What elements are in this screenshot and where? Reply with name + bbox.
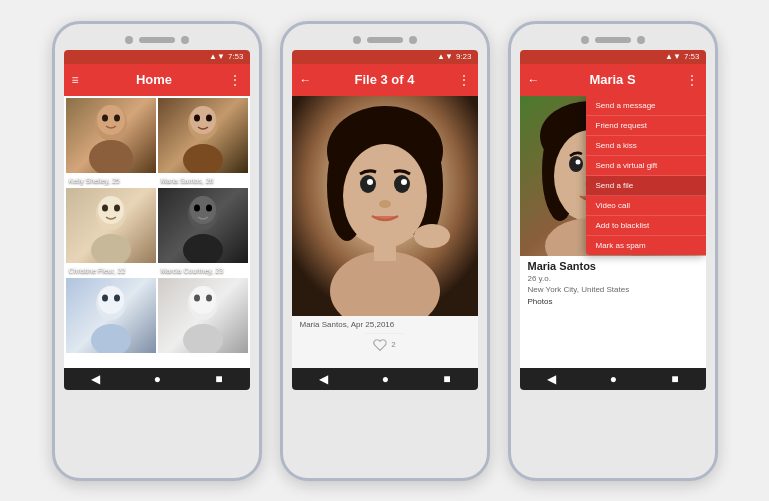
svg-point-28 (194, 294, 200, 301)
svg-point-13 (102, 204, 108, 211)
svg-point-12 (98, 196, 124, 224)
signal-icon-1: ▲▼ (209, 52, 225, 61)
menu-item-video-call[interactable]: Video call (586, 196, 706, 216)
list-item[interactable]: Maria Santos, 26 (158, 98, 248, 186)
time-2: 9:23 (456, 52, 472, 61)
dropdown-menu: Send a message Friend request Send a kis… (586, 96, 706, 255)
svg-point-24 (114, 294, 120, 301)
list-item[interactable] (66, 278, 156, 366)
user-label-2: Maria Santos, 26 (161, 177, 214, 184)
speaker-1 (139, 37, 175, 43)
menu-item-send-kiss[interactable]: Send a kiss (586, 136, 706, 156)
recent-nav-2[interactable]: ■ (443, 372, 450, 386)
like-bar[interactable]: 2 (365, 333, 403, 356)
svg-point-7 (190, 106, 216, 134)
menu-item-send-message[interactable]: Send a message (586, 96, 706, 116)
user-label-3: Christine Fleur, 22 (69, 267, 126, 274)
home-title: Home (136, 72, 172, 87)
nav-bar-3: ◀ ● ■ (520, 368, 706, 390)
avatar-2 (158, 98, 248, 173)
profile-name: Maria Santos (528, 260, 698, 272)
menu-item-blacklist[interactable]: Add to blacklist (586, 216, 706, 236)
hamburger-icon[interactable]: ≡ (72, 73, 79, 87)
more-icon-1[interactable]: ⋮ (229, 73, 241, 87)
svg-point-27 (190, 286, 216, 314)
back-icon-3[interactable]: ← (528, 73, 540, 87)
camera-2b (409, 36, 417, 44)
phone-1: ▲▼ 7:53 ≡ Home ⋮ Kelly Shelley, 25 Maria… (52, 21, 262, 481)
app-bar-2: ← File 3 of 4 ⋮ (292, 64, 478, 96)
camera-1 (125, 36, 133, 44)
recent-nav-3[interactable]: ■ (671, 372, 678, 386)
svg-point-21 (91, 324, 131, 353)
menu-item-send-gift[interactable]: Send a virtual gift (586, 156, 706, 176)
svg-point-41 (414, 224, 450, 248)
svg-point-4 (114, 114, 120, 121)
avatar-3 (66, 188, 156, 263)
svg-point-50 (569, 156, 583, 172)
svg-point-26 (183, 324, 223, 353)
speaker-3 (595, 37, 631, 43)
profile-content: Maria Santos 26 y.o. New York City, Unit… (520, 96, 706, 368)
home-nav-1[interactable]: ● (154, 372, 161, 386)
back-nav-3[interactable]: ◀ (547, 372, 556, 386)
svg-rect-43 (374, 236, 396, 261)
file-image (292, 96, 478, 316)
home-nav-2[interactable]: ● (382, 372, 389, 386)
back-nav-2[interactable]: ◀ (319, 372, 328, 386)
svg-point-29 (206, 294, 212, 301)
svg-point-18 (194, 204, 200, 211)
phone-3: ▲▼ 7:53 ← Maria S ⋮ (508, 21, 718, 481)
phone-2: ▲▼ 9:23 ← File 3 of 4 ⋮ (280, 21, 490, 481)
phone-1-top (61, 36, 253, 44)
app-bar-3: ← Maria S ⋮ (520, 64, 706, 96)
svg-point-1 (89, 140, 133, 173)
svg-point-11 (91, 234, 131, 263)
recent-nav-1[interactable]: ■ (215, 372, 222, 386)
list-item[interactable]: Kelly Shelley, 25 (66, 98, 156, 186)
file-content: Maria Santos, Apr 25,2016 2 (292, 96, 478, 368)
photos-label: Photos (528, 297, 698, 306)
phone-3-screen: ▲▼ 7:53 ← Maria S ⋮ (520, 50, 706, 390)
phone-3-top (517, 36, 709, 44)
menu-item-friend-request[interactable]: Friend request (586, 116, 706, 136)
svg-point-2 (97, 105, 125, 135)
svg-point-40 (379, 200, 391, 208)
list-item[interactable] (158, 278, 248, 366)
svg-point-22 (98, 286, 124, 314)
svg-point-3 (102, 114, 108, 121)
back-nav-1[interactable]: ◀ (91, 372, 100, 386)
svg-point-8 (194, 114, 200, 121)
like-count: 2 (391, 340, 395, 349)
avatar-4 (158, 188, 248, 263)
app-bar-1: ≡ Home ⋮ (64, 64, 250, 96)
more-icon-3[interactable]: ⋮ (686, 73, 698, 87)
svg-point-52 (575, 159, 580, 164)
time-3: 7:53 (684, 52, 700, 61)
list-item[interactable]: Christine Fleur, 22 (66, 188, 156, 276)
status-bar-2: ▲▼ 9:23 (292, 50, 478, 64)
svg-point-23 (102, 294, 108, 301)
profile-age: 26 y.o. (528, 274, 698, 283)
svg-point-14 (114, 204, 120, 211)
svg-point-6 (183, 144, 223, 173)
status-bar-1: ▲▼ 7:53 (64, 50, 250, 64)
more-icon-2[interactable]: ⋮ (458, 73, 470, 87)
camera-3 (581, 36, 589, 44)
file-title: File 3 of 4 (355, 72, 415, 87)
menu-item-send-file[interactable]: Send a file (586, 176, 706, 196)
svg-point-9 (206, 114, 212, 121)
home-nav-3[interactable]: ● (610, 372, 617, 386)
camera-2 (353, 36, 361, 44)
phone-1-screen: ▲▼ 7:53 ≡ Home ⋮ Kelly Shelley, 25 Maria… (64, 50, 250, 390)
svg-point-38 (367, 179, 373, 185)
file-meta: Maria Santos, Apr 25,2016 (292, 316, 478, 333)
nav-bar-2: ◀ ● ■ (292, 368, 478, 390)
camera-1b (181, 36, 189, 44)
list-item[interactable]: Marcia Courtney, 23 (158, 188, 248, 276)
heart-icon (373, 338, 387, 352)
avatar-1 (66, 98, 156, 173)
profile-app-title: Maria S (589, 72, 635, 87)
menu-item-spam[interactable]: Mark as spam (586, 236, 706, 255)
back-icon-2[interactable]: ← (300, 73, 312, 87)
